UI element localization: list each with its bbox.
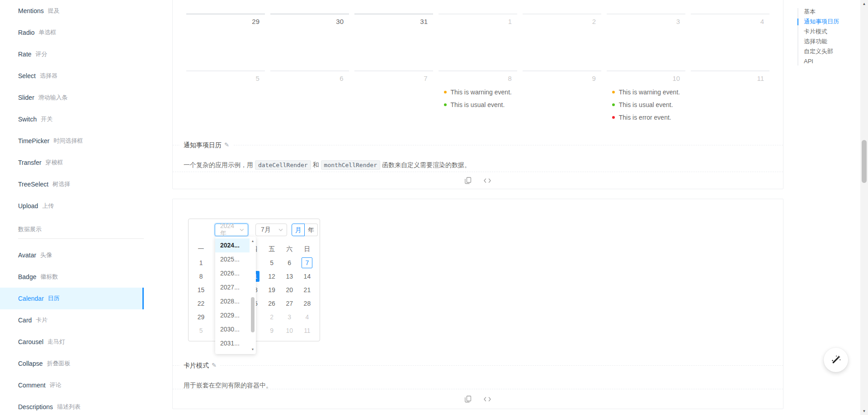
year-mode-radio[interactable]: 年: [305, 224, 318, 236]
month-mode-radio[interactable]: 月: [292, 224, 305, 236]
mini-date-cell[interactable]: 21: [298, 283, 316, 297]
show-code-button[interactable]: [483, 396, 491, 402]
anchor-link-custom-header[interactable]: 自定义头部: [804, 47, 865, 56]
scrollbar-up-icon[interactable]: ▲: [860, 0, 868, 8]
calendar-date-cell[interactable]: 29: [186, 14, 265, 70]
mini-date-cell[interactable]: 22: [192, 297, 210, 310]
year-option-2027[interactable]: 2027...: [215, 280, 250, 294]
copy-code-button[interactable]: [465, 177, 472, 184]
scrollbar-track[interactable]: [250, 244, 255, 347]
sidebar-item-collapse[interactable]: Collapse折叠面板: [0, 353, 144, 374]
menu-label-zh: 树选择: [52, 180, 70, 188]
mini-date-cell[interactable]: 26: [263, 297, 281, 310]
sidebar-item-avatar[interactable]: Avatar头像: [0, 244, 144, 266]
mini-date-cell[interactable]: 19: [263, 283, 281, 297]
year-option-2025[interactable]: 2025...: [215, 252, 250, 266]
sidebar-item-transfer[interactable]: Transfer穿梭框: [0, 152, 144, 173]
sidebar-item-slider[interactable]: Slider滑动输入条: [0, 87, 144, 108]
scroll-up-icon[interactable]: ▲: [251, 238, 255, 244]
year-option-2024[interactable]: 2024...: [215, 238, 250, 252]
sidebar-item-timepicker[interactable]: TimePicker时间选择框: [0, 130, 144, 152]
mini-date-cell[interactable]: 20: [281, 283, 298, 297]
year-option-2029[interactable]: 2029...: [215, 308, 250, 322]
calendar-date-cell[interactable]: 5: [186, 70, 265, 135]
calendar-date-cell-day8[interactable]: 8 This is warning event. This is usual e…: [439, 70, 517, 135]
sidebar-item-radio[interactable]: Radio单选框: [0, 22, 144, 43]
mini-date-cell[interactable]: 5: [263, 256, 281, 270]
sidebar-item-descriptions[interactable]: Descriptions描述列表: [0, 396, 144, 415]
mini-date-cell[interactable]: 15: [192, 283, 210, 297]
mini-date-cell[interactable]: 9: [263, 324, 281, 337]
sidebar-item-mentions[interactable]: Mentions提及: [0, 0, 144, 22]
date-number: 8: [444, 73, 512, 84]
mini-date-cell[interactable]: 5: [192, 324, 210, 337]
calendar-date-cell[interactable]: 3: [607, 14, 685, 70]
sidebar-item-carousel[interactable]: Carousel走马灯: [0, 331, 144, 353]
calendar-date-cell[interactable]: 31: [354, 14, 433, 70]
calendar-date-cell[interactable]: 11: [691, 70, 769, 135]
calendar-date-cell[interactable]: 4: [691, 14, 769, 70]
year-option-2030[interactable]: 2030...: [215, 322, 250, 336]
mini-date-cell[interactable]: 14: [298, 270, 316, 283]
page-scrollbar-thumb[interactable]: [862, 140, 867, 183]
calendar-week-row: 29 30 31 1 2 3 4: [184, 14, 772, 70]
mini-date-cell[interactable]: 10: [281, 324, 298, 337]
scrollbar-thumb[interactable]: [251, 297, 255, 332]
calendar-date-cell[interactable]: 7: [354, 70, 433, 135]
mini-date-cell[interactable]: 27: [281, 297, 298, 310]
mini-date-cell[interactable]: 29: [192, 310, 210, 324]
scroll-down-icon[interactable]: ▼: [251, 347, 255, 352]
calendar-date-cell[interactable]: 1: [439, 14, 517, 70]
success-dot-icon: [612, 103, 615, 106]
mini-date-cell[interactable]: 12: [263, 270, 281, 283]
edit-icon[interactable]: ✎: [224, 140, 229, 150]
anchor-link-select-feature[interactable]: 选择功能: [804, 37, 865, 47]
sidebar-item-treeselect[interactable]: TreeSelect树选择: [0, 173, 144, 195]
mini-date-cell[interactable]: 6: [281, 256, 298, 270]
edit-icon[interactable]: ✎: [212, 360, 217, 370]
month-select-value: 7月: [261, 226, 271, 234]
calendar-date-cell[interactable]: 9: [523, 70, 601, 135]
calendar-date-cell[interactable]: 2: [523, 14, 601, 70]
sidebar-item-upload[interactable]: Upload上传: [0, 195, 144, 217]
mini-date-cell[interactable]: 1: [192, 256, 210, 270]
calendar-date-cell[interactable]: 6: [270, 70, 349, 135]
anchor-link-api[interactable]: API: [804, 56, 865, 66]
menu-label-zh: 卡片: [36, 316, 47, 324]
event-list: This is warning event. This is usual eve…: [444, 86, 512, 111]
mini-date-cell[interactable]: 2: [263, 310, 281, 324]
event-list: This is warning event. This is usual eve…: [612, 86, 680, 124]
description-text: 和: [313, 161, 319, 168]
sidebar-item-rate[interactable]: Rate评分: [0, 43, 144, 65]
mini-date-cell[interactable]: 28: [298, 297, 316, 310]
month-select[interactable]: 7月: [255, 224, 287, 236]
mini-date-cell[interactable]: 11: [298, 324, 316, 337]
show-code-button[interactable]: [483, 177, 491, 184]
sidebar-item-select[interactable]: Select选择器: [0, 65, 144, 87]
mini-date-cell[interactable]: 3: [281, 310, 298, 324]
year-option-2026[interactable]: 2026...: [215, 266, 250, 280]
sidebar-item-switch[interactable]: Switch开关: [0, 108, 144, 130]
anchor-link-card-mode[interactable]: 卡片模式: [804, 27, 865, 37]
theme-wand-button[interactable]: [824, 348, 848, 372]
anchor-link-basic[interactable]: 基本: [804, 7, 865, 17]
scrollbar-down-icon[interactable]: ▼: [860, 407, 868, 415]
calendar-date-cell[interactable]: 30: [270, 14, 349, 70]
calendar-date-cell-day10[interactable]: 10 This is warning event. This is usual …: [607, 70, 685, 135]
mini-date-cell-today[interactable]: 7: [298, 256, 316, 270]
copy-code-button[interactable]: [465, 396, 472, 403]
sidebar-item-calendar[interactable]: Calendar日历: [0, 288, 144, 309]
year-select[interactable]: 2024年: [215, 224, 248, 236]
anchor-link-notification-calendar[interactable]: 通知事项日历: [804, 17, 865, 27]
sidebar-item-badge[interactable]: Badge徽标数: [0, 266, 144, 288]
sidebar-item-comment[interactable]: Comment评论: [0, 374, 144, 396]
mini-date-cell[interactable]: 8: [192, 270, 210, 283]
date-number: 4: [696, 16, 764, 27]
mini-date-cell[interactable]: 13: [281, 270, 298, 283]
event-text: This is warning event.: [451, 86, 512, 98]
sidebar-item-card[interactable]: Card卡片: [0, 309, 144, 331]
mini-date-cell[interactable]: 4: [298, 310, 316, 324]
year-option-2028[interactable]: 2028...: [215, 294, 250, 308]
year-option-2031[interactable]: 2031...: [215, 336, 250, 350]
date-number: 2: [528, 16, 596, 27]
